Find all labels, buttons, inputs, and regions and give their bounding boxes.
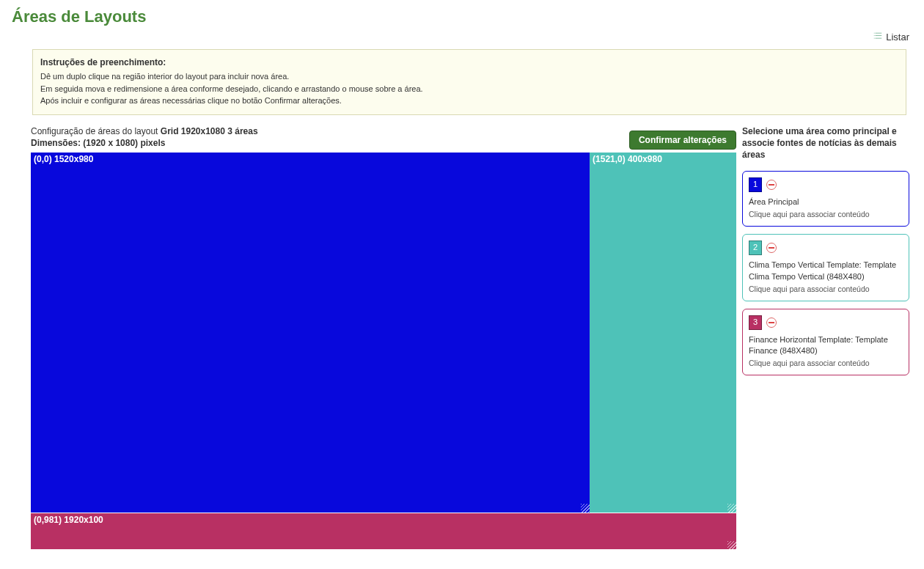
delete-area-icon[interactable]	[766, 243, 777, 253]
area-card-title: Clima Tempo Vertical Template: Template …	[749, 260, 903, 282]
delete-area-icon[interactable]	[766, 180, 777, 190]
resize-handle[interactable]	[727, 541, 736, 550]
config-label-prefix: Configuração de áreas do layout	[31, 126, 161, 136]
instructions-line-2: Em seguida mova e redimensione a área co…	[40, 83, 898, 95]
area-badge: 3	[749, 315, 762, 330]
delete-area-icon[interactable]	[766, 317, 777, 328]
area-card-3[interactable]: 3Finance Horizontal Template: Template F…	[742, 309, 909, 375]
confirm-button[interactable]: Confirmar alterações	[629, 131, 736, 150]
layout-canvas[interactable]: (0,0) 1520x980(1521,0) 400x980(0,981) 19…	[31, 153, 736, 549]
side-panel-title: Selecione uma área como principal e asso…	[742, 125, 909, 161]
list-link[interactable]: Listar	[873, 31, 909, 43]
area-card-title: Finance Horizontal Template: Template Fi…	[749, 334, 903, 357]
area-card-2[interactable]: 2Clima Tempo Vertical Template: Template…	[742, 234, 909, 301]
instructions-box: Instruções de preenchimento: Dê um duplo…	[32, 49, 906, 115]
canvas-meta: Configuração de áreas do layout Grid 192…	[31, 125, 258, 150]
area-card-1[interactable]: 1Área PrincipalClique aqui para associar…	[742, 171, 909, 227]
area-card-head: 3	[749, 315, 903, 330]
layout-area-2[interactable]: (1521,0) 400x980	[590, 153, 736, 513]
dimensions-label: Dimensões: (1920 x 1080) pixels	[31, 137, 258, 150]
area-card-hint[interactable]: Clique aqui para associar conteúdo	[749, 284, 903, 295]
area-badge: 1	[749, 177, 762, 192]
area-card-title: Área Principal	[749, 197, 903, 208]
area-card-hint[interactable]: Clique aqui para associar conteúdo	[749, 358, 903, 369]
area-card-head: 1	[749, 177, 903, 192]
list-icon	[873, 31, 883, 43]
instructions-line-1: Dê um duplo clique na região interior do…	[40, 70, 898, 83]
resize-handle[interactable]	[581, 504, 590, 513]
instructions-heading: Instruções de preenchimento:	[40, 56, 898, 69]
top-actions: Listar	[0, 31, 924, 49]
layout-area-3[interactable]: (0,981) 1920x100	[31, 513, 736, 550]
page-title: Áreas de Layouts	[0, 0, 924, 31]
area-card-head: 2	[749, 241, 903, 255]
area-card-hint[interactable]: Clique aqui para associar conteúdo	[749, 209, 903, 220]
resize-handle[interactable]	[727, 504, 736, 513]
list-link-label: Listar	[886, 32, 909, 43]
instructions-line-3: Após incluir e configurar as áreas neces…	[40, 95, 898, 107]
layout-area-1[interactable]: (0,0) 1520x980	[31, 153, 590, 513]
area-badge: 2	[749, 241, 762, 255]
config-label-bold: Grid 1920x1080 3 áreas	[161, 126, 258, 136]
